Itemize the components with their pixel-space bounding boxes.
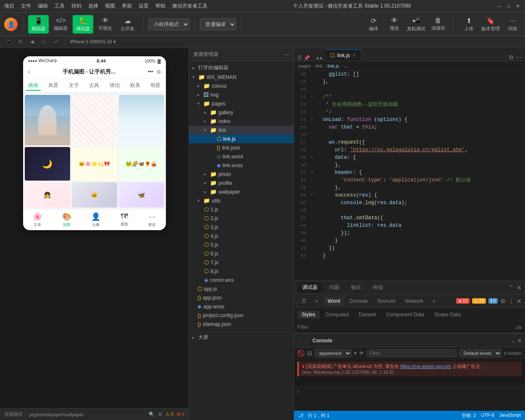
bc-link[interactable]: link (316, 63, 323, 68)
simulator-button[interactable]: 📱 模拟器 (28, 15, 49, 34)
compile-mode-select[interactable]: 普通编译 (200, 18, 236, 30)
styles-tab-component-data[interactable]: Component Data (382, 310, 428, 319)
tab-wenzi[interactable]: 文字 (66, 81, 81, 90)
back-icon[interactable]: ◀ (28, 38, 36, 46)
filter-input[interactable] (297, 324, 512, 330)
phone-sim-icon[interactable]: 📱 (4, 38, 13, 46)
levels-select[interactable]: Default levels (459, 349, 501, 357)
file-8js[interactable]: ⬡ 8.js (189, 267, 294, 276)
collapse-icon[interactable]: ⌄ (511, 338, 515, 344)
bottom-nav-illustration[interactable]: 🎨 插图 (62, 212, 71, 228)
image-9[interactable]: 🦋 (119, 182, 164, 207)
compile-button[interactable]: ⟳ 编译 (365, 17, 382, 32)
image-3[interactable] (119, 95, 164, 145)
image-8[interactable]: 🐱 (72, 182, 117, 207)
bottom-nav-article[interactable]: 🌸 文章 (33, 212, 42, 228)
folder-link[interactable]: ▾ 📁 link (189, 126, 294, 134)
file-sitemap[interactable]: {} sitemap.json (189, 320, 294, 328)
more-icon[interactable]: ⋯ (516, 54, 522, 61)
fullscreen-icon[interactable]: ⤢ (51, 38, 60, 46)
code-editor[interactable]: 18 gglist: [] 19 }, 20 21 ▾ /** (294, 71, 525, 281)
tab-debugger[interactable]: 调试器 (297, 282, 323, 293)
folder-gallery[interactable]: ▸ 📁 gallery (189, 108, 294, 117)
minimize-button[interactable]: — (496, 3, 502, 9)
tab-fengjing[interactable]: 风景 (46, 81, 61, 90)
book-icon[interactable]: ☰ (297, 55, 302, 61)
clearstore-button[interactable]: 🗑 清缓存 (430, 17, 446, 32)
folder-colorui[interactable]: ▸ 📁 colorui (189, 81, 294, 90)
upload-button[interactable]: ⬆ 上传 (460, 17, 477, 32)
bc-link-js[interactable]: link.js (328, 63, 339, 68)
bottom-nav-more[interactable]: ⋯ 更多 (148, 212, 156, 228)
image-6[interactable]: 🐸🌈🦋🌻🎪 (119, 147, 164, 181)
tab-more[interactable]: » (428, 297, 440, 306)
nav-back-icon[interactable]: ◂ (316, 55, 318, 61)
image-7[interactable]: 👧 (25, 182, 70, 207)
mode-select[interactable]: 小程序模式 (148, 18, 189, 30)
styles-tab-scope-data[interactable]: Scope Data (430, 310, 465, 319)
more-icon[interactable]: ••• (148, 69, 153, 75)
split-icon[interactable]: ⧉ (509, 54, 513, 61)
file-5js[interactable]: ⬡ 5.js (189, 240, 294, 249)
error-link[interactable]: https://mp.weixin.qq.com (400, 364, 451, 369)
file-link-wxss[interactable]: ◈ link.wxss (189, 161, 294, 170)
image-5[interactable]: 🐱🌸🌟💫🎀 (72, 147, 117, 181)
folder-img[interactable]: ▸ 🖼 img (189, 90, 294, 99)
debugger-button[interactable]: 🐛 调试器 (73, 15, 93, 34)
more-options-icon[interactable]: ⋯ (284, 52, 289, 58)
rotate-icon[interactable]: ⟳ (16, 38, 24, 46)
image-4[interactable]: 🌙 (25, 147, 70, 181)
preview-button[interactable]: 👁 预览 (386, 17, 403, 32)
menu-file[interactable]: 文件 (21, 3, 31, 10)
file-project-config[interactable]: {} project.config.json (189, 311, 294, 320)
tab-mingxing[interactable]: 明星 (148, 81, 163, 90)
tab-console[interactable]: Console (345, 297, 372, 306)
file-link-wxml[interactable]: ◇ link.wxml (189, 152, 294, 161)
menu-help[interactable]: 帮助 (155, 3, 165, 10)
close-devtools-icon[interactable]: ✕ (517, 284, 522, 291)
bottom-nav-avatar[interactable]: 👤 头像 (91, 212, 100, 228)
close-console-icon[interactable]: ✕ (517, 338, 522, 344)
title-bar-menu[interactable]: 项目 文件 编辑 工具 转到 选择 视图 界面 设置 帮助 微信开发者工具 (4, 3, 207, 10)
tab-output[interactable]: 输出 (346, 282, 366, 293)
styles-tab-dataset[interactable]: Dataset (354, 310, 380, 319)
realtest-button[interactable]: 📲 真机调试 (407, 17, 425, 32)
folder-index[interactable]: ▸ 📁 index (189, 117, 294, 126)
menu-interface[interactable]: 界面 (122, 3, 132, 10)
window-controls[interactable]: — □ ✕ (496, 3, 521, 9)
menu-select[interactable]: 选择 (88, 3, 98, 10)
maximize-button[interactable]: □ (506, 3, 512, 9)
menu-tools[interactable]: 工具 (55, 3, 65, 10)
editor-button[interactable]: </> 编辑器 (50, 15, 71, 33)
tab-sources[interactable]: Sources (373, 297, 400, 306)
file-6js[interactable]: ⬡ 6.js (189, 249, 294, 258)
tab-terminal[interactable]: 终端 (368, 282, 388, 293)
expand-icon[interactable]: ⌃ (509, 284, 514, 291)
styles-tab-styles[interactable]: Styles (297, 310, 320, 319)
tab-problems[interactable]: 问题 (324, 282, 344, 293)
bc-more[interactable]: ... (344, 63, 348, 68)
bc-pages[interactable]: pages (298, 63, 311, 68)
close-panel-icon[interactable]: ✕ (517, 298, 522, 304)
cloud-button[interactable]: ☁ 云开发 (117, 15, 138, 34)
menu-goto[interactable]: 转到 (71, 3, 81, 10)
file-3js[interactable]: ⬡ 3.js (189, 223, 294, 231)
settings-icon[interactable]: ⚙ (158, 412, 162, 417)
console-filter-icon[interactable]: ⊟ (307, 350, 312, 357)
tab-close-button[interactable]: ✕ (352, 53, 356, 58)
forward-icon[interactable]: ⬡ (39, 38, 48, 46)
menu-wechat-devtools[interactable]: 微信开发者工具 (172, 3, 207, 10)
settings-dt-icon[interactable]: ⚙ (500, 298, 506, 304)
folder-photo[interactable]: ▸ 📁 photo (189, 170, 294, 178)
file-app-wxss[interactable]: ◈ app.wxss (189, 302, 294, 311)
file-app-json[interactable]: {} app.json (189, 293, 294, 302)
styles-tab-computed[interactable]: Computed (321, 310, 353, 319)
tab-chuhua[interactable]: 插画 (26, 81, 41, 91)
file-link-js[interactable]: ⬡ link.js (189, 134, 294, 143)
section-wx-wenan[interactable]: ▾ 📁 WX_WENAN (189, 73, 294, 81)
section-open-editors[interactable]: ▸ 打开的编辑器 (189, 63, 294, 73)
menu-view[interactable]: 视图 (105, 3, 115, 10)
image-1[interactable] (25, 95, 70, 145)
chevron-down-icon[interactable]: ▾ (113, 39, 116, 44)
tab-network[interactable]: Network (401, 297, 428, 306)
